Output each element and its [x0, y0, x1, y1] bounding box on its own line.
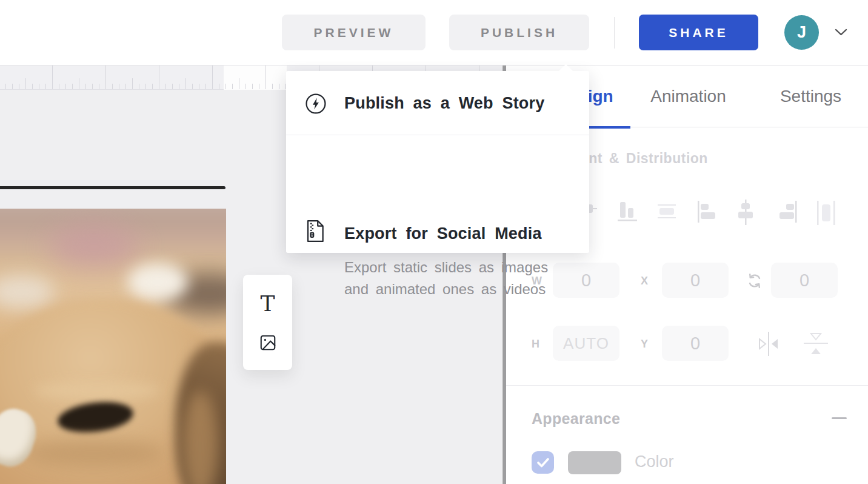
photo-blur-detail: [127, 263, 188, 301]
publish-dropdown-menu: Publish as a Web Story Export for Social…: [286, 71, 589, 253]
alignment-toolbar: [578, 198, 856, 229]
dog-muzzle-shadow: [24, 439, 164, 466]
collapse-section-icon[interactable]: [832, 417, 847, 419]
y-input[interactable]: 0: [662, 326, 729, 361]
color-swatch[interactable]: [568, 451, 621, 474]
tab-animation[interactable]: Animation: [644, 66, 732, 127]
dog-brow: [33, 381, 161, 400]
menu-item-title: Export for Social Media: [344, 224, 542, 243]
chevron-down-icon[interactable]: [835, 28, 847, 39]
menu-item-description: Export static slides as images and anima…: [344, 257, 548, 300]
top-header: PREVIEW PUBLISH SHARE J: [0, 0, 868, 66]
text-tool-icon[interactable]: T: [260, 293, 275, 315]
menu-item-title: Publish as a Web Story: [344, 94, 544, 113]
rotation-icon: [747, 272, 763, 289]
avatar[interactable]: J: [784, 15, 819, 50]
align-right-icon[interactable]: [775, 200, 795, 227]
tab-settings[interactable]: Settings: [773, 66, 849, 127]
flip-vertical-icon[interactable]: [801, 329, 831, 359]
height-label: H: [532, 338, 539, 351]
image-tool-icon[interactable]: [259, 334, 277, 352]
share-button[interactable]: SHARE: [639, 15, 758, 50]
align-left-icon[interactable]: [696, 200, 716, 227]
x-label: X: [641, 275, 648, 287]
color-checkbox[interactable]: [532, 451, 554, 474]
lightning-circle-icon: [305, 93, 327, 115]
appearance-section-title: Appearance: [532, 410, 620, 428]
photo-blur-detail: [48, 226, 139, 268]
section-divider: [506, 385, 868, 386]
x-input[interactable]: 0: [662, 263, 729, 298]
flip-horizontal-icon[interactable]: [753, 329, 784, 359]
slide-top-border: [0, 186, 225, 189]
rotation-input[interactable]: 0: [771, 263, 838, 298]
description-line: and animated ones as videos: [344, 278, 548, 300]
publish-button[interactable]: PUBLISH: [449, 15, 589, 50]
dog-image-element[interactable]: [0, 209, 226, 484]
check-icon: [536, 457, 550, 468]
align-bottom-icon[interactable]: [617, 200, 638, 227]
color-label: Color: [635, 452, 674, 471]
height-input[interactable]: AUTO: [553, 326, 619, 361]
preview-button[interactable]: PREVIEW: [282, 15, 426, 50]
menu-item-publish-web-story[interactable]: Publish as a Web Story: [286, 71, 589, 135]
insert-toolbar: T: [243, 275, 292, 370]
align-center-icon[interactable]: [735, 200, 756, 227]
width-input[interactable]: 0: [553, 263, 619, 298]
distribute-horizontally-icon[interactable]: [814, 200, 835, 227]
header-divider: [614, 17, 615, 49]
avatar-initial: J: [797, 23, 806, 42]
y-label: Y: [641, 338, 648, 351]
align-middle-icon[interactable]: [656, 200, 677, 227]
description-line: Export static slides as images: [344, 257, 548, 278]
zip-file-icon: [305, 220, 326, 243]
menu-item-export-social-media[interactable]: Export for Social Media Export static sl…: [286, 136, 589, 253]
